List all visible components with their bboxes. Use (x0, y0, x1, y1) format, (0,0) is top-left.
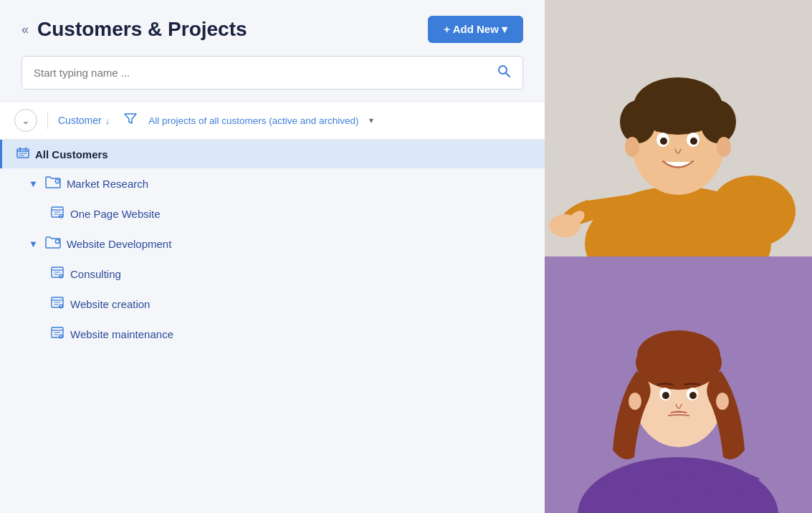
search-input-wrapper (22, 56, 523, 90)
svg-point-38 (689, 392, 697, 399)
one-page-website-icon (50, 206, 65, 221)
svg-point-37 (662, 392, 669, 399)
website-creation-row[interactable]: Website creation (0, 289, 545, 319)
one-page-website-row[interactable]: One Page Website (0, 198, 545, 229)
tree-container: All Customers ▼ Market Research (0, 140, 545, 513)
divider (47, 112, 48, 129)
sort-icon: ↓ (105, 115, 110, 126)
filter-caret[interactable]: ▾ (369, 115, 373, 125)
header-left: « Customers & Projects (22, 18, 247, 41)
website-creation-label: Website creation (70, 298, 150, 310)
market-research-label: Market Research (67, 178, 148, 190)
search-icon[interactable] (497, 64, 511, 82)
photo-top (545, 0, 812, 256)
female-photo (545, 256, 812, 513)
website-maintenance-icon (50, 326, 65, 342)
svg-point-34 (637, 330, 720, 380)
expand-icon: ⌄ (22, 115, 30, 126)
svg-point-18 (620, 100, 656, 143)
svg-point-28 (717, 137, 731, 157)
market-research-row[interactable]: ▼ Market Research (0, 168, 545, 198)
search-input[interactable] (34, 67, 489, 79)
website-maintenance-row[interactable]: Website maintenance (0, 319, 545, 349)
consulting-icon (50, 266, 65, 282)
svg-point-22 (710, 176, 796, 247)
male-photo (545, 0, 812, 256)
all-customers-label: All Customers (35, 148, 108, 160)
market-research-folder-icon (45, 176, 61, 191)
all-customers-icon (16, 147, 29, 161)
left-panel: « Customers & Projects + Add New ▾ ⌄ Cus… (0, 0, 545, 513)
svg-point-25 (660, 138, 667, 145)
filter-icon (124, 113, 137, 128)
website-development-folder-icon (45, 236, 61, 251)
svg-line-1 (506, 73, 510, 77)
back-icon[interactable]: « (22, 22, 29, 37)
website-development-row[interactable]: ▼ Website Development (0, 229, 545, 259)
all-customers-row[interactable]: All Customers (0, 140, 545, 168)
add-new-button[interactable]: + Add New ▾ (428, 16, 523, 43)
website-maintenance-label: Website maintenance (70, 328, 173, 340)
chevron-down-icon-2: ▼ (29, 239, 38, 249)
svg-point-19 (700, 100, 736, 143)
website-development-label: Website Development (67, 238, 171, 250)
header: « Customers & Projects + Add New ▾ (0, 0, 545, 56)
svg-point-39 (629, 393, 641, 410)
consulting-row[interactable]: Consulting (0, 259, 545, 289)
page-title: Customers & Projects (37, 18, 247, 41)
right-panel (545, 0, 812, 513)
customer-label: Customer (58, 115, 102, 126)
expand-button[interactable]: ⌄ (14, 109, 37, 132)
svg-point-40 (716, 393, 729, 410)
filter-bar: ⌄ Customer ↓ All projects of all custome… (0, 101, 545, 140)
svg-point-27 (625, 137, 639, 157)
consulting-label: Consulting (70, 268, 121, 280)
one-page-website-label: One Page Website (70, 208, 161, 220)
filter-customer[interactable]: Customer ↓ (58, 115, 110, 126)
filter-text: All projects of all customers (active an… (148, 115, 358, 126)
search-bar (22, 56, 523, 90)
photo-bottom (545, 256, 812, 513)
svg-point-26 (690, 138, 697, 145)
chevron-down-icon: ▼ (29, 178, 38, 189)
website-creation-icon (50, 296, 65, 312)
